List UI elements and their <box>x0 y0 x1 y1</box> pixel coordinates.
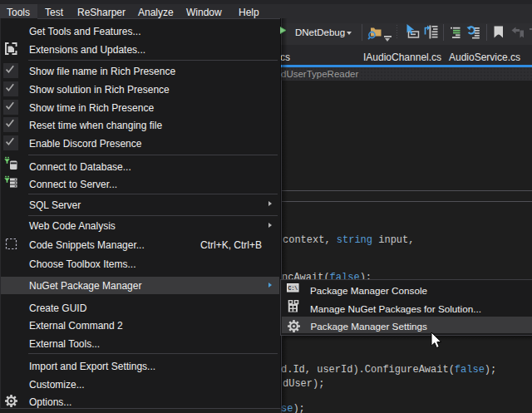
svg-text:C:\: C:\ <box>288 286 298 292</box>
